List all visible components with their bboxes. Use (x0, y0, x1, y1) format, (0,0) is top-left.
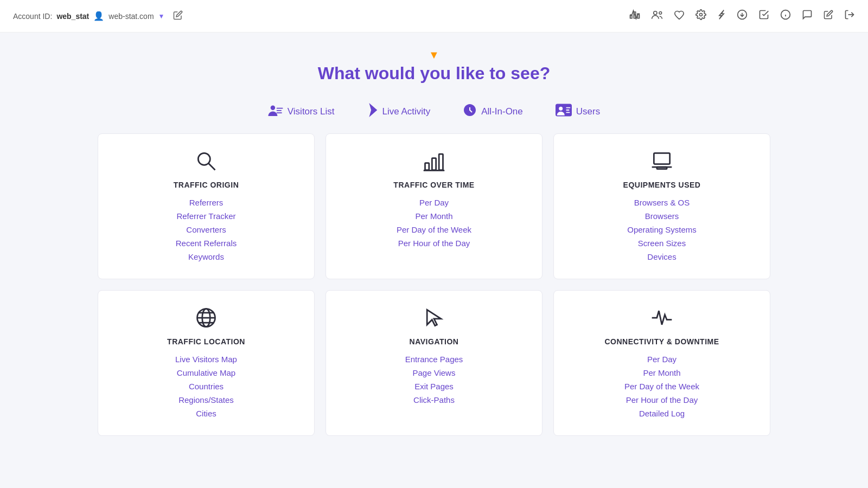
hero-section: ▼ What would you like to see? (0, 33, 868, 94)
svg-rect-16 (277, 108, 283, 109)
logout-icon[interactable] (844, 9, 855, 23)
dropdown-arrow-icon[interactable]: ▼ (158, 12, 165, 20)
account-label: Account ID: (13, 12, 52, 21)
svg-rect-22 (566, 107, 570, 108)
link-operating-systems[interactable]: Operating Systems (565, 224, 759, 235)
header: Account ID: web_stat 👤 web-stat.com ▼ (0, 0, 868, 33)
svg-point-6 (659, 12, 662, 15)
checkbox-icon[interactable] (758, 9, 769, 23)
card-traffic-origin: TRAFFIC ORIGIN Referrers Referrer Tracke… (98, 133, 315, 279)
search-icon (109, 149, 303, 173)
globe-icon (109, 306, 303, 330)
svg-rect-18 (277, 112, 282, 113)
cards-grid-top: TRAFFIC ORIGIN Referrers Referrer Tracke… (98, 133, 770, 279)
account-icon: 👤 (93, 11, 104, 21)
card-equipments-title: EQUIPMENTS USED (565, 181, 759, 189)
card-connectivity-title: CONNECTIVITY & DOWNTIME (565, 337, 759, 346)
link-cumulative-map[interactable]: Cumulative Map (109, 367, 303, 378)
card-traffic-origin-title: TRAFFIC ORIGIN (109, 181, 303, 189)
link-connectivity-per-day-week[interactable]: Per Day of the Week (565, 381, 759, 392)
link-converters[interactable]: Converters (109, 224, 303, 235)
link-page-views[interactable]: Page Views (337, 367, 531, 378)
link-browsers[interactable]: Browsers (565, 210, 759, 222)
svg-rect-2 (630, 16, 632, 18)
gear-icon[interactable] (695, 9, 706, 23)
link-per-day-week[interactable]: Per Day of the Week (337, 224, 531, 235)
edit-icon[interactable] (824, 10, 833, 22)
link-connectivity-per-hour-day[interactable]: Per Hour of the Day (565, 394, 759, 406)
header-right (629, 9, 855, 23)
svg-point-7 (700, 14, 703, 16)
tab-users[interactable]: Users (556, 103, 600, 120)
svg-rect-23 (566, 110, 569, 111)
link-click-paths[interactable]: Click-Paths (337, 394, 531, 406)
card-navigation-title: NAVIGATION (337, 337, 531, 346)
svg-marker-19 (369, 103, 378, 117)
svg-line-26 (209, 164, 215, 170)
card-traffic-origin-links: Referrers Referrer Tracker Converters Re… (109, 197, 303, 262)
link-live-visitors-map[interactable]: Live Visitors Map (109, 354, 303, 365)
link-regions-states[interactable]: Regions/States (109, 394, 303, 406)
tab-users-label: Users (576, 106, 600, 117)
tab-live-activity[interactable]: Live Activity (367, 103, 430, 120)
link-recent-referrals[interactable]: Recent Referrals (109, 237, 303, 249)
tab-all-in-one-label: All-In-One (481, 106, 523, 117)
link-exit-pages[interactable]: Exit Pages (337, 381, 531, 392)
tab-visitors-list-label: Visitors List (288, 106, 335, 117)
link-cities[interactable]: Cities (109, 408, 303, 419)
svg-rect-31 (654, 153, 669, 164)
hero-title: What would you like to see? (0, 63, 868, 84)
card-traffic-location-title: TRAFFIC LOCATION (109, 337, 303, 346)
card-traffic-time-title: TRAFFIC OVER TIME (337, 181, 531, 189)
svg-rect-28 (432, 158, 436, 170)
laptop-icon (565, 149, 759, 173)
tab-all-in-one[interactable]: All-In-One (463, 103, 523, 120)
card-traffic-location: TRAFFIC LOCATION Live Visitors Map Cumul… (98, 290, 315, 436)
card-traffic-time-links: Per Day Per Month Per Day of the Week Pe… (337, 197, 531, 249)
svg-point-21 (559, 107, 563, 111)
link-referrers[interactable]: Referrers (109, 197, 303, 208)
header-left: Account ID: web_stat 👤 web-stat.com ▼ (13, 10, 183, 22)
info-icon[interactable] (780, 9, 791, 23)
svg-rect-17 (277, 110, 282, 111)
account-id: web_stat (56, 12, 89, 21)
link-entrance-pages[interactable]: Entrance Pages (337, 354, 531, 365)
svg-rect-33 (657, 167, 667, 169)
svg-marker-8 (719, 10, 724, 20)
link-countries[interactable]: Countries (109, 381, 303, 392)
edit-header-icon[interactable] (173, 10, 183, 22)
svg-point-5 (654, 11, 657, 15)
card-connectivity: CONNECTIVITY & DOWNTIME Per Day Per Mont… (553, 290, 770, 436)
link-devices[interactable]: Devices (565, 251, 759, 262)
analytics-icon[interactable] (629, 9, 640, 23)
link-per-day[interactable]: Per Day (337, 197, 531, 208)
link-screen-sizes[interactable]: Screen Sizes (565, 237, 759, 249)
heart-icon[interactable] (674, 10, 685, 22)
group-users-icon[interactable] (651, 9, 663, 23)
download-icon[interactable] (737, 9, 748, 23)
link-per-hour-day[interactable]: Per Hour of the Day (337, 237, 531, 249)
card-equipments: EQUIPMENTS USED Browsers & OS Browsers O… (553, 133, 770, 279)
link-keywords[interactable]: Keywords (109, 251, 303, 262)
link-connectivity-per-month[interactable]: Per Month (565, 367, 759, 378)
nav-tabs: Visitors List Live Activity All-In-One U… (0, 103, 868, 120)
pulse-icon (565, 306, 759, 330)
hero-arrow-icon: ▼ (0, 49, 868, 61)
lightning-icon[interactable] (717, 9, 726, 23)
card-equipments-links: Browsers & OS Browsers Operating Systems… (565, 197, 759, 262)
card-traffic-location-links: Live Visitors Map Cumulative Map Countri… (109, 354, 303, 419)
account-domain: web-stat.com (108, 12, 154, 21)
chart-bar-icon (337, 149, 531, 173)
link-connectivity-per-day[interactable]: Per Day (565, 354, 759, 365)
cursor-icon (337, 306, 531, 330)
card-connectivity-links: Per Day Per Month Per Day of the Week Pe… (565, 354, 759, 419)
link-referrer-tracker[interactable]: Referrer Tracker (109, 210, 303, 222)
card-navigation: NAVIGATION Entrance Pages Page Views Exi… (326, 290, 542, 436)
link-browsers-os[interactable]: Browsers & OS (565, 197, 759, 208)
link-per-month[interactable]: Per Month (337, 210, 531, 222)
link-detailed-log[interactable]: Detailed Log (565, 408, 759, 419)
main-content: TRAFFIC ORIGIN Referrers Referrer Tracke… (0, 133, 868, 436)
all-in-one-icon (463, 103, 477, 120)
comment-icon[interactable] (802, 9, 813, 23)
tab-visitors-list[interactable]: Visitors List (268, 103, 335, 120)
